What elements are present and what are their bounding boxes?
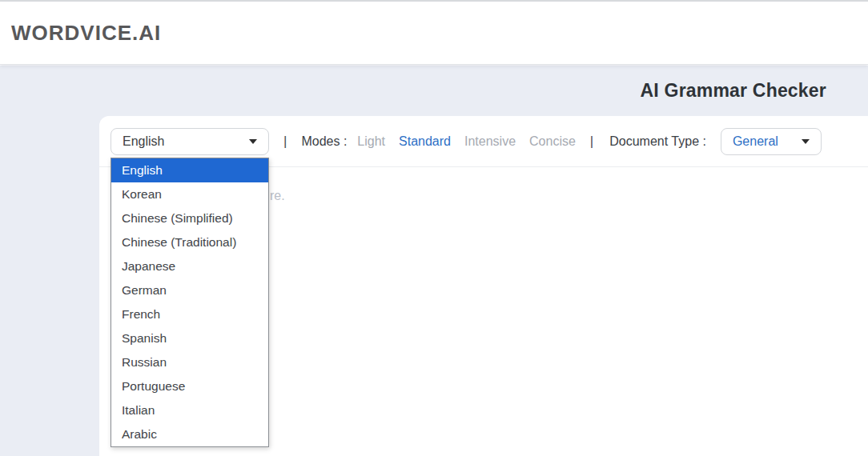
language-dropdown: EnglishKoreanChinese (Simplified)Chinese… (111, 158, 269, 447)
language-option-korean[interactable]: Korean (111, 182, 268, 206)
language-option-russian[interactable]: Russian (111, 350, 268, 374)
mode-standard[interactable]: Standard (399, 134, 451, 149)
mode-concise[interactable]: Concise (529, 134, 576, 149)
document-type-select[interactable]: General (721, 128, 822, 155)
language-option-portuguese[interactable]: Portuguese (111, 374, 268, 398)
page-title: AI Grammar Checker (641, 80, 826, 102)
placeholder-text-fragment: re. (270, 189, 285, 203)
language-select[interactable]: English (111, 128, 269, 155)
modes-group: LightStandardIntensiveConcise (357, 134, 576, 149)
app-header: WORDVICE.AI (0, 2, 868, 65)
document-type-label: Document Type : (609, 134, 706, 149)
separator: | (283, 134, 287, 150)
chevron-down-icon (249, 139, 257, 144)
mode-light[interactable]: Light (357, 134, 385, 149)
document-type-select-value: General (733, 134, 778, 149)
wordvice-logo[interactable]: WORDVICE.AI (11, 21, 161, 46)
language-option-german[interactable]: German (111, 278, 268, 302)
language-option-english[interactable]: English (111, 158, 268, 182)
language-select-value: English (123, 134, 164, 149)
language-option-spanish[interactable]: Spanish (111, 326, 268, 350)
language-option-french[interactable]: French (111, 302, 268, 326)
page-background: AI Grammar Checker English | Modes : Lig… (0, 66, 868, 456)
modes-label: Modes : (301, 134, 347, 149)
language-option-chinese-simplified[interactable]: Chinese (Simplified) (111, 206, 268, 230)
mode-intensive[interactable]: Intensive (464, 134, 516, 149)
language-option-italian[interactable]: Italian (111, 398, 268, 422)
separator: | (590, 134, 593, 150)
language-option-arabic[interactable]: Arabic (111, 422, 268, 446)
language-option-chinese-traditional[interactable]: Chinese (Traditional) (111, 230, 268, 254)
title-row: AI Grammar Checker (0, 66, 868, 116)
chevron-down-icon (802, 139, 810, 144)
language-option-japanese[interactable]: Japanese (111, 254, 268, 278)
grammar-checker-panel: English | Modes : LightStandardIntensive… (99, 116, 868, 456)
